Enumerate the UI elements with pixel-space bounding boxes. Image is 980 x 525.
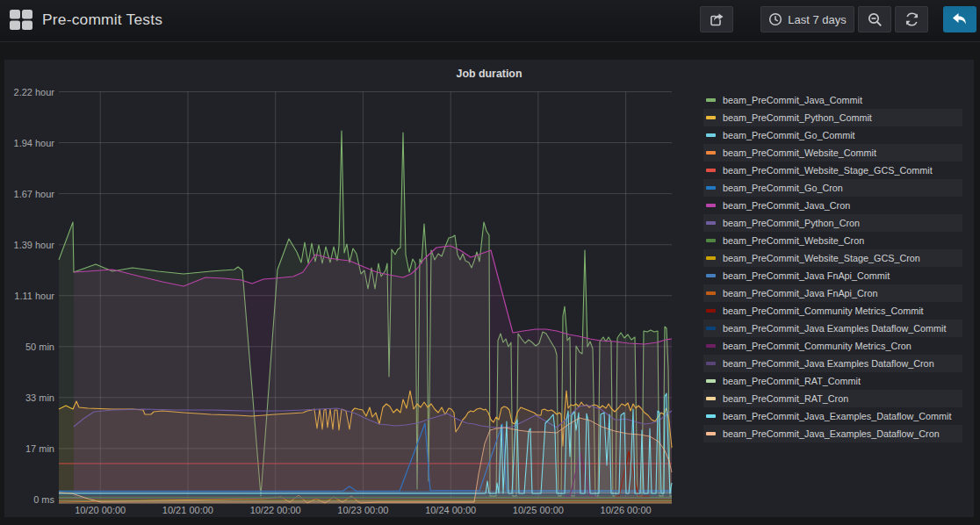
svg-text:10/21 00:00: 10/21 00:00 [162,505,213,515]
svg-text:10/23 00:00: 10/23 00:00 [337,505,388,515]
svg-text:10/26 00:00: 10/26 00:00 [601,505,652,515]
svg-text:1.67 hour: 1.67 hour [14,189,55,199]
svg-text:50 min: 50 min [25,342,54,352]
svg-text:17 min: 17 min [25,443,54,454]
svg-text:1.94 hour: 1.94 hour [14,138,55,148]
svg-text:1.11 hour: 1.11 hour [14,291,54,301]
svg-text:10/24 00:00: 10/24 00:00 [425,505,476,515]
svg-text:0 ms: 0 ms [33,494,54,505]
svg-text:1.39 hour: 1.39 hour [14,240,55,250]
svg-text:10/22 00:00: 10/22 00:00 [250,505,301,515]
svg-text:33 min: 33 min [25,392,54,403]
svg-text:10/20 00:00: 10/20 00:00 [75,505,126,515]
svg-text:10/25 00:00: 10/25 00:00 [513,505,564,515]
svg-text:2.22 hour: 2.22 hour [14,87,55,97]
